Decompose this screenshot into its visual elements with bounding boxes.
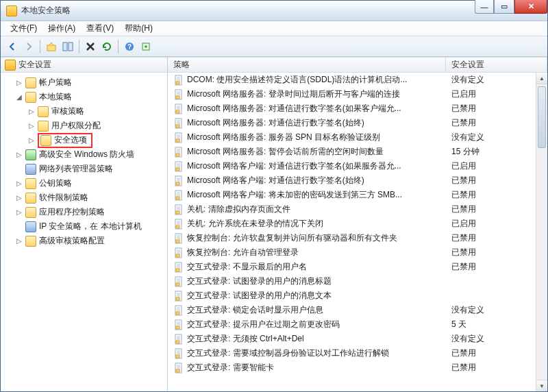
- policy-row[interactable]: 交互式登录: 提示用户在过期之前更改密码5 天: [168, 317, 547, 332]
- tree-item-label: 高级审核策略配置: [39, 235, 105, 247]
- policy-setting: 15 分钟: [446, 146, 547, 158]
- content-area: 安全设置 ▷帐户策略◢本地策略▷审核策略▷用户权限分配▷安全选项▷高级安全 Wi…: [1, 57, 547, 391]
- tree-item[interactable]: ▷安全选项: [1, 133, 167, 147]
- delete-button[interactable]: [83, 39, 98, 54]
- policy-row[interactable]: Microsoft 网络客户端: 对通信进行数字签名(如果服务器允...已启用: [168, 159, 547, 173]
- svg-text:?: ?: [127, 43, 132, 51]
- menubar: 文件(F) 操作(A) 查看(V) 帮助(H): [1, 21, 547, 36]
- tree-item[interactable]: ▷用户权限分配: [1, 119, 167, 133]
- expander-icon[interactable]: ▷: [13, 208, 25, 216]
- refresh-button[interactable]: [99, 39, 114, 54]
- policy-row[interactable]: 交互式登录: 试图登录的用户的消息文本: [168, 289, 547, 303]
- policy-name: 交互式登录: 锁定会话时显示用户信息: [187, 304, 446, 316]
- maximize-button[interactable]: ▭: [494, 0, 514, 14]
- folder-icon: [25, 178, 36, 189]
- policy-row[interactable]: Microsoft 网络服务器: 暂停会话前所需的空闲时间数量15 分钟: [168, 145, 547, 159]
- tree-item[interactable]: IP 安全策略，在 本地计算机: [1, 219, 167, 234]
- policy-row[interactable]: 关机: 清除虚拟内存页面文件已禁用: [168, 202, 547, 217]
- tree-item-label: 公钥策略: [39, 177, 72, 189]
- policy-setting: 没有定义: [446, 304, 547, 316]
- expander-icon[interactable]: ▷: [13, 180, 25, 187]
- policy-row[interactable]: 恢复控制台: 允许软盘复制并访问所有驱动器和所有文件夹已禁用: [168, 231, 547, 245]
- policy-icon: [173, 233, 184, 244]
- folder-icon: [25, 92, 36, 103]
- policy-icon: [173, 291, 184, 302]
- folder-icon: [40, 135, 51, 146]
- expander-icon[interactable]: ◢: [13, 93, 25, 101]
- show-hide-tree-button[interactable]: [60, 39, 75, 54]
- expander-icon[interactable]: ▷: [13, 79, 25, 86]
- menu-view[interactable]: 查看(V): [81, 21, 119, 36]
- policy-setting: 没有定义: [446, 333, 547, 345]
- column-setting[interactable]: 安全设置: [446, 58, 547, 72]
- menu-action[interactable]: 操作(A): [42, 21, 81, 36]
- expander-icon[interactable]: ▷: [13, 151, 25, 158]
- tree-item-label: 帐户策略: [39, 77, 72, 88]
- tree-header[interactable]: 安全设置: [1, 58, 167, 73]
- policy-name: Microsoft 网络服务器: 对通信进行数字签名(如果客户端允...: [187, 103, 446, 114]
- policy-row[interactable]: Microsoft 网络服务器: 对通信进行数字签名(如果客户端允...已禁用: [168, 101, 547, 116]
- policy-row[interactable]: 交互式登录: 需要域控制器身份验证以对工作站进行解锁已禁用: [168, 346, 547, 360]
- policy-row[interactable]: Microsoft 网络服务器: 登录时间过期后断开与客户端的连接已启用: [168, 87, 547, 101]
- tree-item[interactable]: ▷高级安全 Windows 防火墙: [1, 147, 167, 162]
- policy-row[interactable]: 交互式登录: 需要智能卡已禁用: [168, 360, 547, 375]
- tree-item[interactable]: ▷公钥策略: [1, 176, 167, 191]
- svg-rect-17: [176, 154, 179, 156]
- back-button[interactable]: [5, 39, 20, 54]
- policy-row[interactable]: Microsoft 网络服务器: 对通信进行数字签名(始终)已禁用: [168, 116, 547, 130]
- expander-icon[interactable]: ▷: [25, 136, 38, 144]
- expander-icon[interactable]: ▷: [13, 194, 25, 201]
- tree-item-label: 审核策略: [51, 106, 84, 117]
- policy-row[interactable]: 关机: 允许系统在未登录的情况下关闭已启用: [168, 217, 547, 231]
- svg-rect-35: [176, 283, 179, 286]
- policy-row[interactable]: 交互式登录: 试图登录的用户的消息标题: [168, 274, 547, 289]
- policy-name: 交互式登录: 提示用户在过期之前更改密码: [187, 319, 446, 330]
- policy-row[interactable]: 交互式登录: 无须按 Ctrl+Alt+Del没有定义: [168, 332, 547, 346]
- help-button[interactable]: ?: [122, 39, 137, 54]
- expander-icon[interactable]: ▷: [25, 108, 38, 115]
- tree-item[interactable]: ▷应用程序控制策略: [1, 205, 167, 219]
- forward-button[interactable]: [21, 39, 36, 54]
- close-button[interactable]: ✕: [514, 0, 547, 14]
- tree-item-label: 软件限制策略: [39, 192, 88, 204]
- policy-row[interactable]: 交互式登录: 锁定会话时显示用户信息没有定义: [168, 303, 547, 317]
- vertical-scrollbar[interactable]: ▲ ▼: [536, 73, 547, 391]
- menu-help[interactable]: 帮助(H): [119, 21, 158, 36]
- tree-item[interactable]: ◢本地策略: [1, 90, 167, 104]
- scroll-up-button[interactable]: ▲: [536, 73, 547, 84]
- svg-rect-15: [176, 139, 179, 142]
- svg-rect-27: [176, 225, 179, 228]
- expander-icon[interactable]: ▷: [13, 237, 25, 245]
- tree-item[interactable]: ▷帐户策略: [1, 75, 167, 90]
- up-level-button[interactable]: [44, 39, 59, 54]
- policy-name: 交互式登录: 试图登录的用户的消息文本: [187, 290, 446, 302]
- policy-row[interactable]: DCOM: 使用安全描述符定义语言(SDDL)语法的计算机启动...没有定义: [168, 73, 547, 87]
- security-settings-icon: [5, 60, 16, 71]
- policy-row[interactable]: 恢复控制台: 允许自动管理登录已禁用: [168, 245, 547, 260]
- column-policy[interactable]: 策略: [168, 58, 446, 72]
- policy-row[interactable]: Microsoft 网络服务器: 服务器 SPN 目标名称验证级别没有定义: [168, 130, 547, 145]
- titlebar[interactable]: 本地安全策略 — ▭ ✕: [1, 1, 547, 21]
- tree-item[interactable]: ▷高级审核策略配置: [1, 234, 167, 248]
- policy-row[interactable]: Microsoft 网络客户端: 对通信进行数字签名(始终)已禁用: [168, 173, 547, 188]
- app-icon: [6, 5, 17, 16]
- policy-icon: [173, 89, 184, 100]
- scroll-thumb[interactable]: [538, 86, 546, 148]
- tree-item[interactable]: ▷审核策略: [1, 104, 167, 119]
- folder-icon: [25, 193, 36, 204]
- expander-icon[interactable]: ▷: [25, 122, 38, 130]
- policy-row[interactable]: Microsoft 网络客户端: 将未加密的密码发送到第三方 SMB...已禁用: [168, 188, 547, 202]
- policy-name: Microsoft 网络客户端: 对通信进行数字签名(如果服务器允...: [187, 160, 446, 172]
- minimize-button[interactable]: —: [475, 0, 494, 14]
- scroll-down-button[interactable]: ▼: [536, 380, 547, 391]
- policy-row[interactable]: 交互式登录: 不显示最后的用户名已禁用: [168, 260, 547, 274]
- svg-rect-45: [176, 355, 179, 358]
- window-title: 本地安全策略: [21, 5, 475, 16]
- export-button[interactable]: [138, 39, 153, 54]
- svg-rect-0: [47, 45, 55, 51]
- menu-file[interactable]: 文件(F): [5, 21, 42, 36]
- toolbar-separator: [118, 40, 119, 53]
- tree-item[interactable]: 网络列表管理器策略: [1, 162, 167, 176]
- policy-setting: 已禁用: [446, 204, 547, 215]
- tree-item[interactable]: ▷软件限制策略: [1, 191, 167, 205]
